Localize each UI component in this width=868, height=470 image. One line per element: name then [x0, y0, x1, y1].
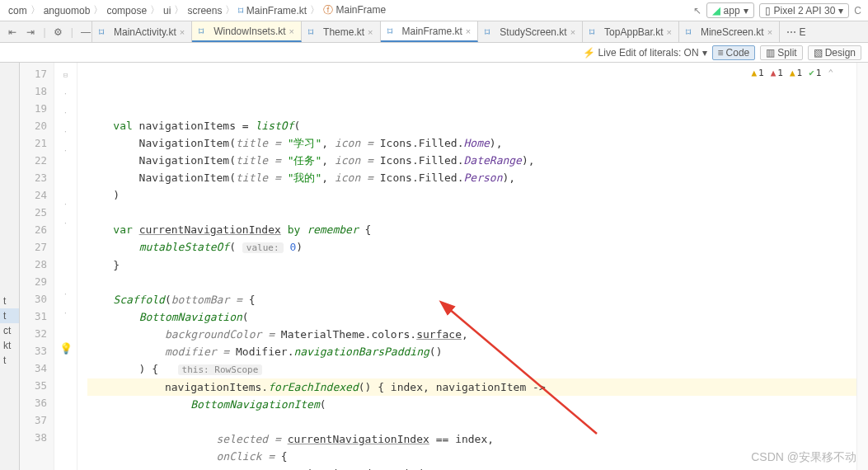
kotlin-file-icon: ⌑: [485, 26, 496, 38]
top-bar: com〉 anguomob〉 compose〉 ui〉 screens〉 ⌑ M…: [0, 0, 868, 21]
tree-item: t: [0, 308, 19, 323]
code-line[interactable]: modifier = Modifier.navigationBarsPaddin…: [87, 343, 856, 360]
breadcrumb-symbol[interactable]: ⓕ MainFrame: [321, 3, 387, 17]
breadcrumb: com〉 anguomob〉 compose〉 ui〉 screens〉 ⌑ M…: [7, 3, 693, 17]
breadcrumb-item[interactable]: compose: [105, 5, 148, 16]
close-icon[interactable]: ×: [466, 26, 471, 36]
close-icon[interactable]: ×: [368, 27, 373, 37]
expand-icon[interactable]: ⌃: [828, 64, 833, 82]
tab-label: MainFrame.kt: [402, 26, 462, 37]
editor-tab[interactable]: ⌑MineScreen.kt×: [679, 21, 780, 42]
kotlin-file-icon: ⌑: [686, 26, 697, 38]
breadcrumb-item[interactable]: ui: [162, 5, 172, 16]
kotlin-file-icon: ⌑: [308, 26, 320, 38]
live-edit-toggle[interactable]: ⚡ Live Edit of literals: ON ▾: [583, 47, 707, 59]
indent-left-icon[interactable]: ⇤: [7, 26, 18, 39]
code-line[interactable]: [87, 274, 856, 291]
device-selector[interactable]: ▯ Pixel 2 API 30 ▾: [759, 3, 850, 18]
inspections-summary[interactable]: ▲1 ▲1 ▲1 ✔1 ⌃: [751, 64, 833, 82]
chevron-down-icon: ▾: [744, 5, 748, 16]
kotlin-file-icon: ⌑: [99, 26, 110, 38]
code-line[interactable]: BottomNavigationItem(: [87, 396, 856, 413]
code-line[interactable]: navigationItems.forEachIndexed() { index…: [87, 378, 856, 396]
warning-icon: ▲: [751, 64, 757, 82]
android-icon: ◢: [712, 4, 720, 16]
tab-label: TopAppBar.kt: [604, 26, 663, 38]
code-line[interactable]: currentNavigationIndex = index: [87, 465, 856, 470]
run-config-selector[interactable]: ◢ app ▾: [706, 2, 754, 18]
tree-item: t: [0, 353, 19, 368]
editor-tab[interactable]: ⌑StudyScreen.kt×: [478, 21, 583, 42]
intention-bulb-icon[interactable]: 💡: [59, 342, 73, 355]
breadcrumb-item[interactable]: com: [7, 5, 29, 16]
code-line[interactable]: NavigationItem(title = "学习", icon = Icon…: [87, 134, 856, 152]
tab-label: MainActivity.kt: [114, 26, 176, 38]
project-tree[interactable]: t t ct kt t: [0, 63, 20, 470]
code-line[interactable]: ): [87, 186, 856, 204]
tab-label: Theme.kt: [323, 26, 364, 38]
code-line[interactable]: mutableStateOf( value: 0): [87, 238, 856, 256]
close-icon[interactable]: ×: [289, 26, 294, 36]
code-line[interactable]: selected = currentNavigationIndex == ind…: [87, 430, 856, 448]
view-split-button[interactable]: ▥Split: [760, 45, 802, 60]
ok-icon: ✔: [809, 64, 814, 82]
editor-tabs: ⇤ ⇥ | ⚙ | — ⌑MainActivity.kt×⌑WindowInse…: [0, 21, 868, 43]
bolt-icon: ⚡: [583, 47, 595, 59]
code-line[interactable]: BottomNavigation(: [87, 308, 856, 326]
code-line[interactable]: }: [87, 256, 856, 274]
build-icon[interactable]: ↖: [693, 5, 701, 16]
code-line[interactable]: var currentNavigationIndex by remember {: [87, 221, 856, 238]
code-line[interactable]: [87, 413, 856, 430]
editor[interactable]: 1718192021222324252627282930313233343536…: [20, 63, 868, 470]
code-line[interactable]: val navigationItems = listOf(: [87, 117, 856, 134]
toolbar-right: ↖ ◢ app ▾ ▯ Pixel 2 API 30 ▾ C: [693, 2, 861, 18]
tab-label: StudyScreen.kt: [500, 26, 566, 38]
code-line[interactable]: [87, 204, 856, 221]
editor-tab[interactable]: ⌑Theme.kt×: [302, 21, 380, 42]
chevron-down-icon: ▾: [702, 47, 707, 59]
editor-tab[interactable]: ⌑MainFrame.kt×: [381, 21, 479, 42]
editor-tab[interactable]: ⌑WindowInsets.kt×: [192, 21, 302, 42]
breadcrumb-file[interactable]: ⌑ MainFrame.kt: [237, 5, 308, 16]
error-icon: ▲: [771, 64, 777, 82]
kotlin-file-icon: ⌑: [387, 26, 399, 37]
view-code-button[interactable]: ≡Code: [712, 45, 756, 60]
collapse-icon[interactable]: —: [80, 26, 91, 39]
close-icon[interactable]: ×: [667, 27, 672, 37]
code-line[interactable]: NavigationItem(title = "任务", icon = Icon…: [87, 152, 856, 169]
warning-icon: ▲: [790, 64, 795, 82]
watermark: CSDN @安果移不动: [751, 450, 856, 465]
code-line[interactable]: Scaffold(bottomBar = {: [87, 291, 856, 308]
close-icon[interactable]: ×: [180, 27, 185, 37]
chevron-down-icon: ▾: [838, 5, 843, 16]
tab-overflow[interactable]: ⋯ E: [780, 21, 812, 42]
line-numbers: 1718192021222324252627282930313233343536…: [20, 63, 54, 470]
close-icon[interactable]: ×: [767, 27, 772, 37]
kotlin-file-icon: ⌑: [199, 26, 210, 37]
indent-right-icon[interactable]: ⇥: [25, 26, 36, 39]
gear-icon[interactable]: ⚙: [53, 26, 64, 39]
editor-tab[interactable]: ⌑TopAppBar.kt×: [583, 21, 679, 42]
tree-item: kt: [0, 338, 19, 353]
tab-label: MineScreen.kt: [701, 26, 764, 38]
kotlin-file-icon: ⌑: [589, 26, 601, 38]
more-icon[interactable]: C: [854, 5, 861, 16]
code-area[interactable]: ▲1 ▲1 ▲1 ✔1 ⌃ val navigationItems = list…: [77, 63, 856, 470]
minimap-scrollbar[interactable]: [856, 63, 868, 470]
editor-tab[interactable]: ⌑MainActivity.kt×: [92, 21, 192, 42]
tree-item: ct: [0, 323, 19, 338]
breadcrumb-item[interactable]: screens: [185, 5, 223, 16]
breadcrumb-item[interactable]: anguomob: [42, 5, 92, 16]
editor-subheader: ⚡ Live Edit of literals: ON ▾ ≡Code ▥Spl…: [0, 43, 868, 63]
main-area: t t ct kt t 1718192021222324252627282930…: [0, 63, 868, 470]
code-line[interactable]: NavigationItem(title = "我的", icon = Icon…: [87, 169, 856, 186]
code-line[interactable]: ) { this: RowScope: [87, 360, 856, 378]
phone-icon: ▯: [765, 5, 771, 16]
tab-label: WindowInsets.kt: [213, 26, 285, 37]
view-design-button[interactable]: ▧Design: [808, 45, 861, 60]
code-line[interactable]: onClick = {: [87, 448, 856, 465]
code-line[interactable]: backgroundColor = MaterialTheme.colors.s…: [87, 326, 856, 343]
run-config-label: app: [724, 5, 740, 16]
gutter-marks: ⊟···· ·· ·· 💡: [54, 63, 77, 470]
close-icon[interactable]: ×: [570, 27, 575, 37]
